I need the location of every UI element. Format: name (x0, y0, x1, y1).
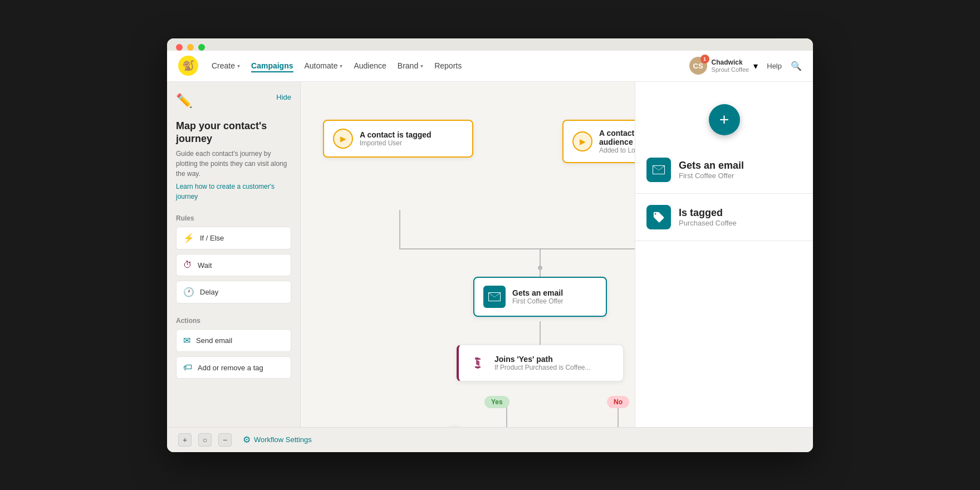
center-conn-dot (538, 266, 542, 270)
sidebar-header: ✏️ Hide (176, 93, 291, 109)
sidebar-item-add-tag-label: Add or remove a tag (198, 364, 263, 372)
trigger-node-2[interactable]: ▶ A contact signs up to your audience Ad… (562, 120, 635, 163)
create-chevron-icon: ▾ (237, 63, 240, 69)
zoom-in-button[interactable]: + (178, 433, 192, 447)
rules-items: ⚡ If / Else ⏱ Wait 🕐 Delay (176, 227, 291, 303)
ifelse-icon: ⚡ (183, 233, 194, 243)
right-add-button[interactable]: + (709, 104, 740, 135)
trigger2-text: A contact signs up to your audience Adde… (599, 129, 635, 154)
yes-badge: Yes (484, 396, 509, 408)
workflow-settings-label: Workflow Settings (254, 435, 312, 444)
trigger1-play-icon: ▶ (340, 134, 346, 143)
sidebar-title-text: Map your contact's journey Guide each co… (176, 120, 291, 202)
right-add-icon: + (719, 110, 729, 129)
user-avatar-wrap: CS 1 (689, 57, 707, 75)
help-link[interactable]: Help (767, 62, 782, 70)
trigger2-subtitle: Added to Local Fans (599, 146, 635, 154)
rules-label: Rules (176, 214, 291, 222)
right-panel: + Gets an email First Coffee Offer (635, 82, 813, 427)
nav-right: CS 1 Chadwick Sprout Coffee ▾ Help 🔍 (689, 57, 802, 75)
top-nav: 🐒 Create ▾ Campaigns Automate ▾ Audience… (167, 51, 813, 82)
main-content: ✏️ Hide Map your contact's journey Guide… (167, 82, 813, 427)
hide-button[interactable]: Hide (276, 93, 291, 101)
trigger1-icon-wrap: ▶ (333, 129, 353, 149)
sidebar-title: Map your contact's journey (176, 120, 291, 146)
user-org: Sprout Coffee (712, 66, 749, 73)
settings-gear-icon: ⚙ (243, 434, 251, 445)
nav-links: Create ▾ Campaigns Automate ▾ Audience B… (212, 59, 676, 72)
browser-dot-yellow[interactable] (187, 44, 194, 51)
actions-section: Actions ✉ Send email 🏷 Add or remove a t… (176, 312, 291, 379)
email-envelope-icon (488, 292, 501, 301)
brand-chevron-icon: ▾ (420, 63, 423, 69)
sidebar-learn-link[interactable]: Learn how to create a customer's journey (176, 183, 275, 200)
no-badge: No (607, 396, 629, 408)
trigger-node-1[interactable]: ▶ A contact is tagged Imported User (323, 120, 473, 158)
zoom-out-button[interactable]: − (218, 433, 232, 447)
ifelse-subtitle: If Product Purchased is Coffee... (494, 364, 591, 371)
sidebar-item-wait[interactable]: ⏱ Wait (176, 254, 291, 276)
right-email-title: Gets an email (679, 160, 744, 171)
nav-automate[interactable]: Automate ▾ (305, 59, 343, 72)
right-tag-icon (653, 211, 665, 223)
right-card-email-text: Gets an email First Coffee Offer (679, 160, 744, 180)
user-name: Chadwick (712, 58, 749, 66)
right-email-icon-wrap (646, 158, 671, 182)
right-email-subtitle: First Coffee Offer (679, 171, 744, 180)
sidebar-item-ifelse[interactable]: ⚡ If / Else (176, 227, 291, 249)
user-area[interactable]: CS 1 Chadwick Sprout Coffee ▾ (689, 57, 758, 75)
right-card-tag[interactable]: Is tagged Purchased Coffee (635, 194, 813, 241)
nav-audience[interactable]: Audience (354, 59, 386, 72)
nav-reports[interactable]: Reports (434, 59, 462, 72)
nav-create[interactable]: Create ▾ (212, 59, 240, 72)
zoom-reset-button[interactable]: ○ (198, 433, 212, 447)
right-card-tag-text: Is tagged Purchased Coffee (679, 207, 737, 227)
delay-icon: 🕐 (183, 287, 194, 297)
right-email-envelope-icon (653, 165, 665, 174)
sidebar-item-delay-label: Delay (200, 288, 218, 296)
email-action-title: Gets an email (512, 288, 564, 297)
automate-chevron-icon: ▾ (340, 63, 342, 69)
trigger1-text: A contact is tagged Imported User (360, 130, 432, 147)
sidebar: ✏️ Hide Map your contact's journey Guide… (167, 82, 301, 427)
logo[interactable]: 🐒 (178, 56, 198, 76)
sidebar-item-delay[interactable]: 🕐 Delay (176, 281, 291, 303)
ifelse-text: Joins 'Yes' path If Product Purchased is… (494, 355, 591, 371)
email-action-text: Gets an email First Coffee Offer (512, 288, 564, 305)
trigger1-subtitle: Imported User (360, 139, 432, 147)
search-icon[interactable]: 🔍 (791, 61, 802, 71)
trigger2-title: A contact signs up to your audience (599, 129, 635, 146)
sidebar-item-ifelse-label: If / Else (200, 234, 224, 242)
right-tag-icon-wrap (646, 205, 671, 229)
trigger1-title: A contact is tagged (360, 130, 432, 139)
ifelse-title: Joins 'Yes' path (494, 355, 591, 364)
right-tag-title: Is tagged (679, 207, 737, 219)
email-action-node[interactable]: Gets an email First Coffee Offer (473, 277, 607, 317)
workflow-canvas: ▶ A contact is tagged Imported User ▶ A … (301, 82, 635, 427)
actions-label: Actions (176, 317, 291, 325)
tag-icon: 🏷 (183, 362, 192, 373)
right-tag-subtitle: Purchased Coffee (679, 219, 737, 227)
workflow-settings-link[interactable]: ⚙ Workflow Settings (243, 434, 312, 445)
browser-dot-red[interactable] (176, 44, 183, 51)
user-info: Chadwick Sprout Coffee (712, 58, 749, 73)
sidebar-item-send-email-label: Send email (196, 336, 232, 345)
ifelse-split-icon (471, 356, 484, 370)
email-action-subtitle: First Coffee Offer (512, 297, 564, 305)
browser-window: 🐒 Create ▾ Campaigns Automate ▾ Audience… (167, 38, 813, 452)
nav-brand[interactable]: Brand ▾ (398, 59, 423, 72)
right-card-email[interactable]: Gets an email First Coffee Offer (635, 146, 813, 194)
sidebar-item-add-tag[interactable]: 🏷 Add or remove a tag (176, 356, 291, 379)
canvas-area: ▶ A contact is tagged Imported User ▶ A … (301, 82, 635, 427)
ifelse-node[interactable]: Joins 'Yes' path If Product Purchased is… (457, 345, 624, 381)
rules-section: Rules ⚡ If / Else ⏱ Wait 🕐 Delay (176, 210, 291, 303)
send-email-icon: ✉ (183, 335, 190, 346)
trigger2-play-icon: ▶ (580, 137, 586, 146)
nav-campaigns[interactable]: Campaigns (251, 59, 293, 72)
browser-dot-green[interactable] (198, 44, 205, 51)
trigger2-icon-wrap: ▶ (572, 131, 592, 151)
email-action-icon-wrap (483, 286, 506, 308)
sidebar-description: Guide each contact's journey by plotting… (176, 149, 291, 179)
browser-chrome (167, 38, 813, 51)
sidebar-item-send-email[interactable]: ✉ Send email (176, 329, 291, 352)
